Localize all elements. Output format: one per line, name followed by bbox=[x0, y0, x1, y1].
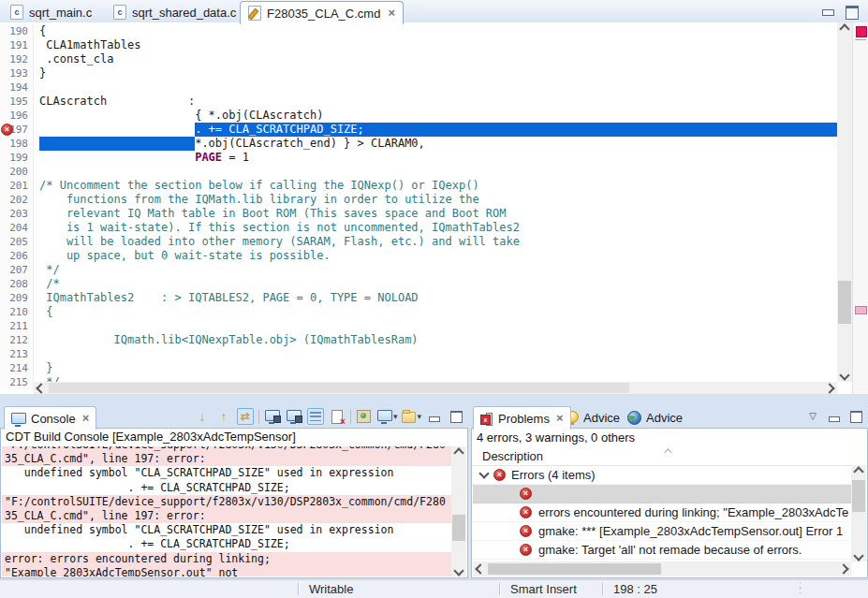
scrollbar-thumb[interactable] bbox=[49, 383, 629, 393]
line-number: 203 bbox=[0, 207, 34, 221]
tab-console[interactable]: Console × bbox=[4, 406, 96, 430]
code-text: .const_cla bbox=[34, 52, 837, 66]
problem-row[interactable]: × bbox=[473, 485, 866, 503]
pin-console-button[interactable] bbox=[356, 408, 373, 425]
occurrence-marker[interactable] bbox=[855, 306, 867, 314]
code-text: is 1 wait-state). If this section is not… bbox=[34, 221, 837, 235]
editor-line[interactable]: 209 IQmathTables2 : > IQTABLES2, PAGE = … bbox=[0, 291, 837, 305]
editor-line[interactable]: 191 CLA1mathTables bbox=[0, 38, 837, 52]
next-item-button[interactable]: ↓ bbox=[194, 408, 211, 425]
editor-line[interactable]: 204 is 1 wait-state). If this section is… bbox=[0, 221, 837, 235]
tab-sqrt-main[interactable]: c sqrt_main.c bbox=[3, 2, 99, 22]
scrollbar-thumb[interactable] bbox=[452, 515, 465, 541]
scroll-lock-button[interactable] bbox=[286, 408, 302, 425]
line-number: 205 bbox=[0, 235, 34, 249]
editor-line[interactable]: 192 .const_cla bbox=[0, 52, 837, 66]
problem-row[interactable]: ×errors encountered during linking; "Exa… bbox=[473, 503, 866, 522]
scroll-up-icon[interactable] bbox=[837, 22, 852, 36]
scroll-down-icon[interactable] bbox=[851, 549, 866, 562]
editor-line[interactable]: 207 */ bbox=[0, 263, 837, 277]
editor-line[interactable]: 197× . += CLA_SCRATCHPAD_SIZE; bbox=[0, 123, 837, 137]
error-icon: × bbox=[520, 544, 532, 556]
tab-problems[interactable]: x Problems × bbox=[473, 406, 571, 430]
insert-mode-status: Smart Insert bbox=[510, 582, 577, 597]
console-scrollbar[interactable] bbox=[451, 446, 466, 576]
scroll-right-icon[interactable] bbox=[822, 382, 837, 394]
show-console-on-change-button[interactable]: ⇄ bbox=[237, 408, 254, 425]
editor-line[interactable]: 208 /* bbox=[0, 277, 837, 291]
problem-row[interactable]: ×gmake: Target 'all' not remade because … bbox=[473, 541, 866, 560]
scroll-left-icon[interactable] bbox=[34, 382, 49, 394]
code-editor[interactable]: 190{191 CLA1mathTables192 .const_cla193}… bbox=[0, 22, 868, 394]
editor-line[interactable]: 214 } bbox=[0, 361, 837, 375]
open-console-button[interactable]: ▾ bbox=[402, 408, 421, 425]
editor-line[interactable]: 201/* Uncomment the section below if cal… bbox=[0, 179, 837, 193]
editor-line[interactable]: 205 will be loaded into other memory (SA… bbox=[0, 235, 837, 249]
scroll-up-icon[interactable] bbox=[451, 446, 466, 459]
maximize-panel-icon[interactable] bbox=[847, 408, 864, 425]
globe-icon bbox=[627, 411, 641, 425]
console-line: "F:/controlSUITE/device_support/f2803x/v… bbox=[2, 495, 451, 509]
line-number: 212 bbox=[0, 333, 34, 347]
previous-item-button[interactable]: ↑ bbox=[215, 408, 232, 425]
scroll-right-icon[interactable] bbox=[836, 562, 851, 575]
editor-vertical-scrollbar[interactable] bbox=[837, 22, 852, 382]
editor-line[interactable]: 199 PAGE = 1 bbox=[0, 151, 837, 165]
editor-line[interactable]: 190{ bbox=[0, 24, 837, 38]
scroll-down-icon[interactable] bbox=[451, 564, 466, 576]
editor-line[interactable]: 212 IQmath.lib<IQNexpTable.obj> (IQmathT… bbox=[0, 333, 837, 347]
tab-label: F28035_CLA_C.cmd bbox=[267, 7, 380, 21]
problems-vertical-scrollbar[interactable] bbox=[851, 465, 866, 562]
editor-line[interactable]: 193} bbox=[0, 66, 837, 80]
editor-line[interactable]: 211 bbox=[0, 319, 837, 333]
editor-line[interactable]: 198 *.obj(CLAscratch_end) } > CLARAM0, bbox=[0, 137, 837, 151]
problems-tree[interactable]: Description × Errors (4 items) ××errors … bbox=[473, 448, 866, 576]
word-wrap-button[interactable] bbox=[307, 408, 324, 425]
line-number: 207 bbox=[0, 263, 34, 277]
close-tab-icon[interactable]: × bbox=[556, 414, 564, 423]
error-marker[interactable] bbox=[856, 26, 867, 37]
display-selected-console-button[interactable]: ▾ bbox=[377, 408, 398, 425]
minimize-icon[interactable] bbox=[822, 9, 834, 16]
editor-line[interactable]: 195CLAscratch : bbox=[0, 95, 837, 109]
line-number: 198 bbox=[0, 137, 34, 151]
close-tab-icon[interactable]: × bbox=[82, 414, 90, 423]
console-output[interactable]: "F:/controlSUITE/device_support/f2803x/v… bbox=[2, 446, 451, 576]
scrollbar-thumb[interactable] bbox=[852, 480, 865, 512]
minimize-panel-icon[interactable] bbox=[826, 408, 843, 425]
editor-line[interactable]: 194 bbox=[0, 80, 837, 95]
editor-line[interactable]: 206 up space, but 0 wait-state is possib… bbox=[0, 249, 837, 263]
scroll-up-icon[interactable] bbox=[851, 465, 866, 477]
editor-line[interactable]: 200 bbox=[0, 165, 837, 179]
close-tab-icon[interactable]: × bbox=[388, 8, 395, 18]
scrollbar-thumb[interactable] bbox=[488, 563, 661, 575]
editor-horizontal-scrollbar[interactable] bbox=[34, 382, 837, 394]
minimize-panel-icon[interactable] bbox=[426, 408, 443, 425]
editor-line[interactable]: 203 relevant IQ Math table in Boot ROM (… bbox=[0, 207, 837, 221]
maximize-icon[interactable] bbox=[846, 6, 859, 20]
line-number: 202 bbox=[0, 193, 34, 207]
tab-advice-2[interactable]: Advice bbox=[621, 406, 689, 429]
show-console-output-button[interactable] bbox=[264, 408, 281, 425]
chevron-down-icon[interactable] bbox=[478, 468, 489, 478]
view-menu-icon[interactable]: ▽ bbox=[804, 408, 821, 425]
clear-console-button[interactable] bbox=[329, 408, 346, 425]
problem-row[interactable]: ×gmake: *** [Example_2803xAdcTempSensor.… bbox=[473, 522, 866, 541]
code-text: { *.obj(CLAscratch) bbox=[34, 109, 837, 123]
editor-line[interactable]: 213 bbox=[0, 347, 837, 361]
scroll-left-icon[interactable] bbox=[473, 562, 488, 575]
errors-group-row[interactable]: × Errors (4 items) bbox=[473, 466, 866, 485]
tab-sqrt-shared-data[interactable]: c sqrt_shared_data.c bbox=[106, 2, 243, 22]
editor-line[interactable]: 202 functions from the IQMath.lib librar… bbox=[0, 193, 837, 207]
tab-f28035-cla-c-cmd[interactable]: F28035_CLA_C.cmd × bbox=[240, 1, 404, 24]
description-column-header[interactable]: Description bbox=[473, 448, 866, 466]
problems-horizontal-scrollbar[interactable] bbox=[473, 562, 851, 576]
editor-line[interactable]: 196 { *.obj(CLAscratch) bbox=[0, 109, 837, 123]
tab-label: sqrt_shared_data.c bbox=[132, 6, 236, 20]
scroll-down-icon[interactable] bbox=[837, 369, 852, 382]
editor-lines[interactable]: 190{191 CLA1mathTables192 .const_cla193}… bbox=[0, 24, 837, 392]
overview-ruler[interactable] bbox=[852, 22, 868, 394]
maximize-panel-icon[interactable] bbox=[448, 408, 464, 425]
editor-line[interactable]: 210 { bbox=[0, 305, 837, 319]
scrollbar-thumb[interactable] bbox=[838, 281, 851, 324]
